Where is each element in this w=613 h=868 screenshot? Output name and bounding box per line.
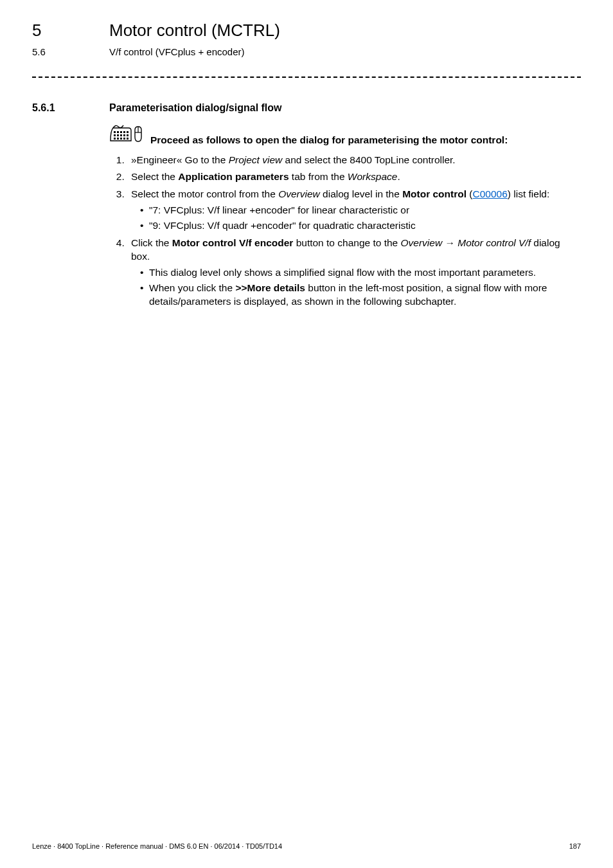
- footer-page-number: 187: [569, 842, 581, 851]
- svg-rect-5: [114, 134, 116, 136]
- chapter-header: 5 Motor control (MCTRL): [32, 19, 581, 42]
- svg-rect-12: [120, 138, 122, 140]
- step-2-text-c: tab from the: [289, 171, 348, 182]
- arrow-icon: →: [442, 237, 458, 248]
- step-4: Click the Motor control V/f encoder butt…: [127, 237, 581, 309]
- svg-rect-0: [114, 131, 116, 133]
- section-number: 5.6: [32, 46, 109, 59]
- step-2-text-a: Select the: [131, 171, 178, 182]
- step-3-sub-1: "7: VFCplus: V/f linear +encoder" for li…: [140, 204, 581, 217]
- svg-rect-6: [117, 134, 119, 136]
- step-4-sub-2-a: When you click the: [149, 282, 235, 293]
- svg-rect-14: [127, 138, 129, 140]
- svg-rect-7: [120, 134, 122, 136]
- step-3-sub-2: "9: VFCplus: V/f quadr +encoder" for qua…: [140, 219, 581, 233]
- divider-dashed: [32, 77, 581, 78]
- chapter-title: Motor control (MCTRL): [109, 19, 280, 42]
- step-2: Select the Application parameters tab fr…: [127, 170, 581, 184]
- proceed-line: Proceed as follows to open the dialog fo…: [109, 124, 581, 147]
- section-header: 5.6 V/f control (VFCplus + encoder): [32, 46, 581, 59]
- step-1-text-a: »Engineer« Go to the: [131, 154, 229, 165]
- step-1-em: Project view: [229, 154, 283, 165]
- subsection-title: Parameterisation dialog/signal flow: [109, 101, 282, 115]
- step-4-em-d: Overview: [401, 237, 443, 248]
- svg-rect-11: [117, 138, 119, 140]
- step-4-em-e: Motor control V/f: [458, 237, 531, 248]
- svg-rect-4: [127, 131, 129, 133]
- step-3: Select the motor control from the Overvi…: [127, 188, 581, 233]
- subsection-number: 5.6.1: [32, 101, 109, 115]
- proceed-heading: Proceed as follows to open the dialog fo…: [150, 134, 508, 147]
- step-3-text-c: dialog level in the: [320, 188, 402, 199]
- step-3-text-a: Select the motor control from the: [131, 188, 278, 199]
- svg-rect-1: [117, 131, 119, 133]
- steps-list: »Engineer« Go to the Project view and se…: [127, 154, 581, 309]
- footer-left: Lenze · 8400 TopLine · Reference manual …: [32, 842, 282, 851]
- step-3-strong: Motor control: [402, 188, 466, 199]
- step-3-sublist: "7: VFCplus: V/f linear +encoder" for li…: [140, 204, 581, 233]
- page-footer: Lenze · 8400 TopLine · Reference manual …: [32, 842, 581, 851]
- subsection-header: 5.6.1 Parameterisation dialog/signal flo…: [32, 101, 581, 115]
- svg-rect-10: [114, 138, 116, 140]
- step-2-strong: Application parameters: [178, 171, 289, 182]
- svg-rect-8: [123, 134, 125, 136]
- step-2-em: Workspace: [348, 171, 398, 182]
- svg-rect-2: [120, 131, 122, 133]
- step-2-text-e: .: [397, 171, 400, 182]
- step-4-sub-1: This dialog level only shows a simplifie…: [140, 266, 581, 280]
- step-4-text-c: button to change to the: [293, 237, 400, 248]
- chapter-number: 5: [32, 19, 109, 42]
- step-4-strong: Motor control V/f encoder: [172, 237, 294, 248]
- step-1: »Engineer« Go to the Project view and se…: [127, 154, 581, 167]
- step-4-sub-2-strong: >>More details: [235, 282, 305, 293]
- keypad-mouse-icon: [109, 124, 144, 147]
- step-4-text-a: Click the: [131, 237, 172, 248]
- svg-rect-3: [123, 131, 125, 133]
- section-title-text: V/f control (VFCplus + encoder): [109, 46, 245, 59]
- svg-rect-9: [127, 134, 129, 136]
- step-3-text-e: (: [466, 188, 472, 199]
- step-4-sub-2: When you click the >>More details button…: [140, 282, 581, 309]
- c00006-link[interactable]: C00006: [473, 188, 508, 199]
- svg-rect-13: [123, 138, 125, 140]
- step-1-text-c: and select the 8400 TopLine controller.: [282, 154, 455, 165]
- step-4-sublist: This dialog level only shows a simplifie…: [140, 266, 581, 309]
- step-3-em-b: Overview: [278, 188, 320, 199]
- step-3-text-f: ) list field:: [508, 188, 549, 199]
